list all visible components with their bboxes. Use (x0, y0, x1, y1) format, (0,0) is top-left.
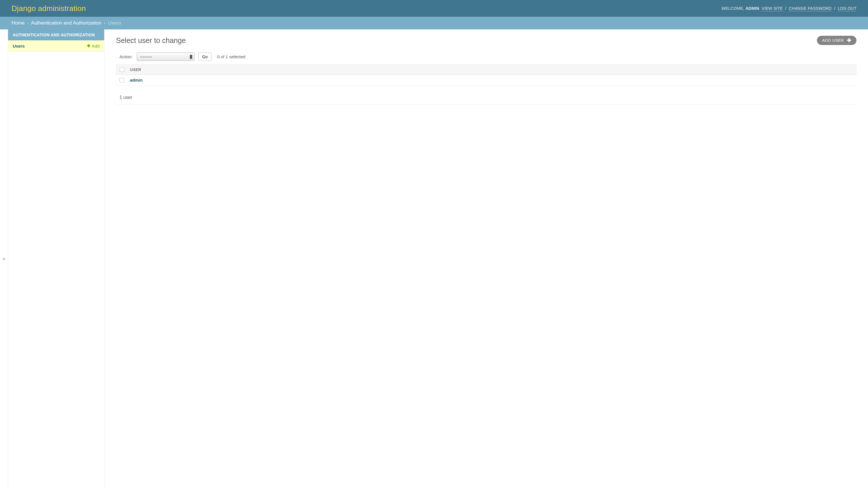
sidebar-add-user-link[interactable]: ✚ Add (87, 43, 99, 48)
username: ADMIN (745, 6, 759, 11)
user-link-admin[interactable]: admin (130, 77, 143, 83)
plus-icon: ✚ (847, 38, 851, 42)
sidebar-users-link[interactable]: Users (13, 43, 25, 48)
action-label: Action: (120, 54, 133, 59)
sidebar-toggle[interactable]: « (0, 29, 8, 488)
separator: / (785, 6, 786, 11)
welcome-label: WELCOME, (722, 6, 744, 11)
breadcrumb: Home › Authentication and Authorization … (0, 17, 868, 29)
breadcrumb-divider: › (104, 20, 105, 26)
period: . (759, 6, 761, 11)
breadcrumb-divider: › (27, 20, 29, 26)
add-user-button[interactable]: ADD USER ✚ (817, 36, 857, 45)
breadcrumb-current: Users (108, 20, 121, 26)
sidebar-module-caption[interactable]: AUTHENTICATION AND AUTHORIZATION (8, 29, 104, 40)
change-password-link[interactable]: CHANGE PASSWORD (788, 6, 832, 11)
sidebar-add-label: Add (92, 43, 99, 48)
actions-bar: Action: --------- ▲▼ Go 0 of 1 selected (116, 53, 857, 61)
log-out-link[interactable]: LOG OUT (838, 6, 857, 11)
table-row: admin (116, 75, 857, 86)
action-select[interactable]: --------- (137, 53, 194, 61)
page-title: Select user to change (116, 36, 186, 45)
header: Django administration WELCOME, ADMIN. VI… (0, 0, 868, 17)
select-arrows-icon: ▲▼ (190, 55, 192, 59)
user-tools: WELCOME, ADMIN. VIEW SITE / CHANGE PASSW… (722, 6, 857, 11)
breadcrumb-app[interactable]: Authentication and Authorization (31, 20, 101, 26)
sidebar: AUTHENTICATION AND AUTHORIZATION Users ✚… (8, 29, 104, 488)
sidebar-item-users: Users ✚ Add (8, 40, 104, 52)
column-header-user[interactable]: USER (130, 67, 141, 72)
plus-icon: ✚ (87, 43, 91, 48)
site-title-link[interactable]: Django administration (11, 4, 86, 13)
row-checkbox[interactable] (120, 78, 124, 83)
chevron-left-icon: « (3, 256, 5, 261)
content: Select user to change ADD USER ✚ Action:… (104, 29, 868, 488)
add-user-label: ADD USER (822, 38, 844, 43)
selection-count: 0 of 1 selected (217, 54, 246, 59)
view-site-link[interactable]: VIEW SITE (762, 6, 783, 11)
separator: / (834, 6, 835, 11)
breadcrumb-home[interactable]: Home (11, 20, 25, 26)
results-table: USER admin (116, 64, 857, 86)
result-count: 1 user (116, 91, 857, 104)
select-all-checkbox[interactable] (120, 67, 124, 72)
results-header-row: USER (116, 64, 857, 75)
go-button[interactable]: Go (198, 53, 212, 61)
